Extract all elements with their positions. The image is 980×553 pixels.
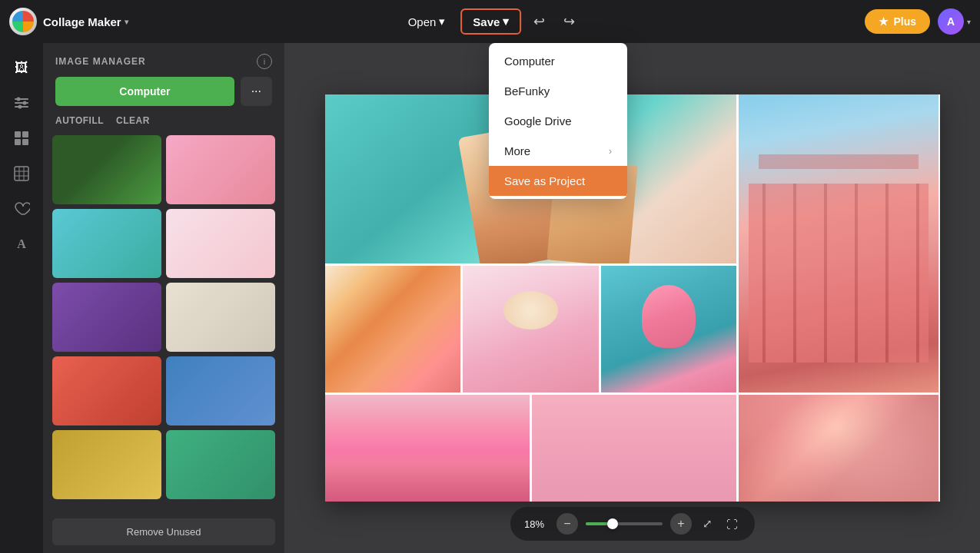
svg-point-5 (18, 105, 22, 109)
remove-unused-button[interactable]: Remove Unused (52, 518, 275, 545)
avatar-chevron: ▾ (967, 18, 971, 26)
list-item[interactable] (52, 135, 161, 204)
list-item[interactable] (52, 283, 161, 352)
zoom-slider[interactable] (586, 522, 663, 525)
canvas-area: 18% − + ⤢ ⛶ (285, 43, 980, 553)
clear-button[interactable]: CLEAR (116, 115, 150, 126)
dropdown-item-save-project[interactable]: Save as Project (489, 166, 627, 196)
zoom-fullscreen-button[interactable]: ⛶ (723, 515, 741, 534)
photos-icon[interactable]: 🖼 (6, 52, 37, 83)
image-manager-title: IMAGE MANAGER (55, 56, 146, 67)
open-chevron: ▾ (439, 15, 445, 28)
list-item[interactable] (166, 209, 275, 278)
autofill-button[interactable]: AUTOFILL (55, 115, 104, 126)
zoom-expand-button[interactable]: ⤢ (699, 514, 716, 534)
dropdown-item-google-drive[interactable]: Google Drive (489, 106, 627, 136)
collage-cell-3a[interactable] (325, 266, 460, 392)
svg-point-4 (23, 101, 27, 105)
open-button[interactable]: Open ▾ (399, 10, 455, 33)
undo-button[interactable]: ↩ (527, 8, 551, 35)
svg-rect-7 (22, 131, 28, 137)
dropdown-item-befunky[interactable]: BeFunky (489, 76, 627, 106)
save-button[interactable]: Save ▾ (460, 8, 521, 35)
computer-button[interactable]: Computer (55, 77, 234, 106)
svg-rect-6 (15, 131, 21, 137)
info-icon[interactable]: i (257, 54, 272, 69)
save-chevron: ▾ (503, 15, 509, 28)
svg-rect-8 (15, 139, 21, 145)
texture-icon[interactable] (6, 158, 37, 189)
topbar-center-controls: Open ▾ Save ▾ ↩ ↪ (399, 8, 582, 35)
svg-point-3 (17, 98, 21, 101)
collage-cell-4a[interactable] (325, 395, 530, 502)
collage-cell-3b[interactable] (463, 266, 598, 392)
collage-cell-4b[interactable] (532, 395, 736, 502)
plus-button[interactable]: ★ Plus (865, 9, 930, 34)
topbar: Collage Maker ▾ Open ▾ Save ▾ ↩ ↪ ★ Plus… (0, 0, 980, 43)
collage-cell-4[interactable] (325, 395, 736, 502)
layout-icon[interactable] (6, 123, 37, 154)
sidebar-header: IMAGE MANAGER i (43, 43, 284, 77)
autofill-row: AUTOFILL CLEAR (43, 115, 284, 135)
filters-icon[interactable] (6, 88, 37, 118)
list-item[interactable] (166, 135, 275, 204)
collage-cell-3c[interactable] (601, 266, 736, 392)
list-item[interactable] (52, 356, 161, 426)
avatar-wrap[interactable]: A ▾ (938, 8, 971, 35)
collage-cell-3[interactable] (325, 266, 736, 392)
icon-rail: 🖼 A (0, 43, 43, 553)
collage-cell-2[interactable] (739, 94, 938, 392)
text-icon[interactable]: A (6, 229, 37, 260)
sidebar: IMAGE MANAGER i Computer ··· AUTOFILL CL… (43, 43, 285, 553)
save-dropdown-menu: Computer BeFunky Google Drive More › Sav… (489, 43, 627, 199)
dropdown-item-more[interactable]: More › (489, 136, 627, 166)
more-chevron-icon: › (609, 146, 612, 157)
image-grid (43, 135, 284, 511)
app-title: Collage Maker ▾ (43, 15, 128, 28)
redo-button[interactable]: ↪ (557, 8, 581, 35)
more-dots-button[interactable]: ··· (241, 77, 272, 106)
dropdown-item-computer[interactable]: Computer (489, 46, 627, 76)
list-item[interactable] (52, 209, 161, 278)
zoom-percent: 18% (524, 518, 549, 530)
svg-rect-10 (15, 167, 28, 180)
collage-canvas[interactable] (325, 94, 940, 502)
list-item[interactable] (166, 356, 275, 426)
zoom-thumb[interactable] (607, 518, 618, 529)
zoom-bar: 18% − + ⤢ ⛶ (510, 507, 755, 541)
svg-rect-9 (22, 139, 28, 145)
star-icon: ★ (879, 15, 889, 28)
collage-cell-5[interactable] (739, 395, 938, 502)
app-logo[interactable] (9, 8, 37, 35)
avatar: A (938, 8, 964, 35)
zoom-plus-button[interactable]: + (670, 513, 692, 535)
sidebar-actions: Computer ··· (43, 77, 284, 115)
heart-icon[interactable] (6, 194, 37, 224)
list-item[interactable] (166, 430, 275, 499)
list-item[interactable] (52, 430, 161, 499)
list-item[interactable] (166, 283, 275, 352)
app-title-chevron[interactable]: ▾ (125, 18, 128, 26)
zoom-minus-button[interactable]: − (556, 513, 578, 535)
